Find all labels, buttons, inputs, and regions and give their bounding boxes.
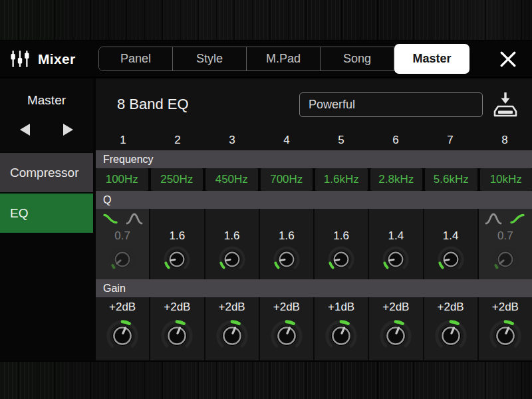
q-band-6: 1.4 <box>369 209 422 279</box>
sidebar-item-eq[interactable]: EQ <box>0 194 93 233</box>
tab-mpad[interactable]: M.Pad <box>247 47 321 70</box>
tab-group: Panel Style M.Pad Song Master <box>98 47 469 71</box>
q-knob[interactable] <box>161 243 193 275</box>
bell-curve-icon <box>126 212 143 225</box>
frequency-value-button[interactable]: 2.8kHz <box>370 168 423 191</box>
q-knob[interactable] <box>271 243 303 275</box>
gain-row: +2dB +2dB +2dB <box>96 297 532 360</box>
gain-band-7: +2dB <box>424 297 477 360</box>
frequency-value-button[interactable]: 250Hz <box>151 168 203 191</box>
q-value: 1.6 <box>333 229 349 243</box>
page-title: 8 Band EQ <box>117 96 189 113</box>
knob-icon <box>380 243 412 275</box>
gain-knob[interactable] <box>267 315 306 355</box>
tab-style[interactable]: Style <box>173 47 247 70</box>
knob-icon <box>432 317 470 355</box>
sidebar-group-label: Master <box>0 78 93 108</box>
knob-icon <box>213 317 251 355</box>
q-knob[interactable] <box>380 243 412 275</box>
frequency-section-header: Frequency <box>96 150 532 168</box>
low-shelf-button[interactable] <box>101 211 120 226</box>
q-knob[interactable] <box>325 243 357 275</box>
gain-band-6: +2dB <box>369 297 422 360</box>
frequency-row: 100Hz 250Hz 450Hz 700Hz 1.6kHz 2.8kHz 5.… <box>96 168 532 191</box>
q-knob[interactable] <box>216 243 248 275</box>
gain-knob[interactable] <box>158 315 196 355</box>
q-value: 1.6 <box>279 229 295 243</box>
knob-icon <box>486 317 525 355</box>
band-number: 4 <box>259 130 314 150</box>
mixer-sliders-icon <box>9 49 31 68</box>
band-number: 7 <box>423 130 477 150</box>
filter-shape-row <box>96 209 149 229</box>
next-target-button[interactable] <box>59 121 77 138</box>
high-shelf-button[interactable] <box>508 211 527 226</box>
gain-value: +1dB <box>328 297 354 315</box>
close-icon <box>499 51 517 68</box>
knob-icon <box>322 317 360 355</box>
tab-song[interactable]: Song <box>321 47 394 70</box>
gain-knob[interactable] <box>432 315 470 355</box>
knob-icon <box>216 243 248 275</box>
tab-panel[interactable]: Panel <box>99 47 173 70</box>
knob-icon <box>376 317 415 355</box>
gain-knob[interactable] <box>322 315 360 355</box>
bell-curve-icon <box>485 212 502 225</box>
gain-band-5: +1dB <box>315 297 368 360</box>
frequency-value-button[interactable]: 100Hz <box>96 168 148 191</box>
gain-knob[interactable] <box>103 315 142 355</box>
frequency-value-button[interactable]: 450Hz <box>205 168 258 191</box>
q-value: 0.7 <box>114 229 130 243</box>
frequency-value-button[interactable]: 5.6kHz <box>425 168 477 191</box>
filter-shape-row <box>260 209 313 229</box>
frequency-value-button[interactable]: 10kHz <box>480 168 532 191</box>
knob-icon <box>161 243 193 275</box>
tab-master[interactable]: Master <box>394 44 469 74</box>
content: Master Compressor EQ 8 Band EQ Powerful <box>0 76 532 360</box>
bell-curve-button[interactable] <box>125 211 144 226</box>
gain-knob[interactable] <box>376 315 415 355</box>
app-title: Mixer <box>9 49 97 68</box>
gain-knob[interactable] <box>486 315 525 355</box>
q-value: 1.6 <box>224 229 240 243</box>
gain-value: +2dB <box>273 297 300 315</box>
gain-value: +2dB <box>219 297 245 315</box>
frequency-value-button[interactable]: 1.6kHz <box>315 168 368 191</box>
mixer-screen: Mixer Panel Style M.Pad Song Master Mast… <box>0 0 532 399</box>
filter-shape-row <box>315 209 368 229</box>
bell-curve-button[interactable] <box>484 211 503 226</box>
q-knob[interactable] <box>489 243 521 275</box>
q-band-3: 1.6 <box>205 209 259 279</box>
close-button[interactable] <box>493 46 523 72</box>
band-number: 6 <box>368 130 423 150</box>
preset-name: Powerful <box>309 98 355 112</box>
knob-icon <box>158 317 196 355</box>
sidebar: Master Compressor EQ <box>0 78 93 360</box>
knob-icon <box>106 243 138 275</box>
knob-icon <box>325 243 357 275</box>
q-knob[interactable] <box>435 243 467 275</box>
q-band-1: 0.7 <box>96 209 149 279</box>
header-bar: Mixer Panel Style M.Pad Song Master <box>0 41 532 76</box>
q-value: 1.4 <box>388 229 404 243</box>
q-knob[interactable] <box>106 243 138 275</box>
band-number: 1 <box>96 130 150 150</box>
preset-selector[interactable]: Powerful <box>299 92 483 117</box>
sidebar-nav-arrows <box>0 108 93 138</box>
frequency-value-button[interactable]: 700Hz <box>261 168 313 191</box>
q-band-8: 0.7 <box>479 209 532 279</box>
prev-target-button[interactable] <box>16 121 35 138</box>
q-value: 1.4 <box>443 229 459 243</box>
q-band-7: 1.4 <box>424 209 477 279</box>
gain-knob[interactable] <box>213 315 251 355</box>
gain-band-8: +2dB <box>479 297 532 360</box>
sidebar-item-compressor[interactable]: Compressor <box>0 153 93 192</box>
gain-value: +2dB <box>109 297 136 315</box>
eq-panel: 8 Band EQ Powerful 1 2 3 4 5 6 7 8 Frequ… <box>96 78 532 360</box>
gain-value: +2dB <box>164 297 190 315</box>
save-button[interactable] <box>493 90 517 118</box>
sidebar-group-master: Master <box>0 78 93 152</box>
q-band-2: 1.6 <box>150 209 203 279</box>
title-row: 8 Band EQ Powerful <box>96 78 532 130</box>
band-number: 8 <box>477 130 532 150</box>
